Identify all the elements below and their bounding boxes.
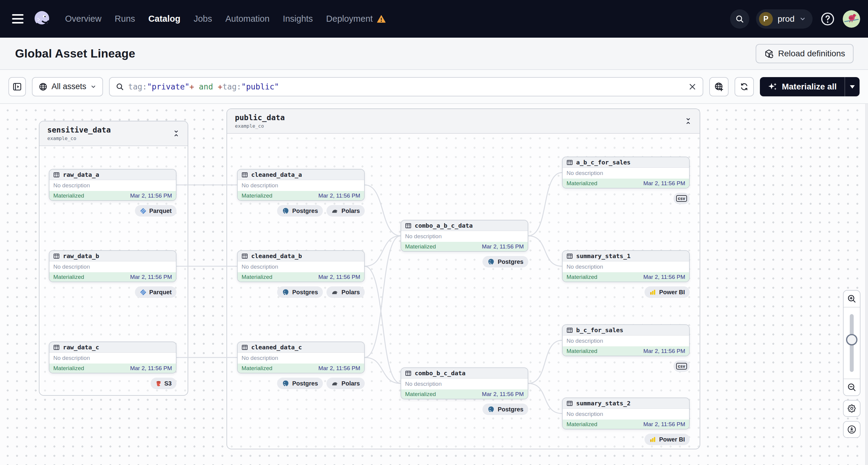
asset-node-card[interactable]: b_c_for_sales No description Materialize…	[562, 324, 690, 356]
asset-description: No description	[401, 231, 528, 242]
kind-badge-label: Parquet	[149, 289, 172, 296]
dagster-logo-icon[interactable]	[33, 10, 51, 28]
zoom-slider[interactable]	[844, 308, 860, 378]
nav-item-catalog[interactable]: Catalog	[149, 14, 180, 24]
gear-icon	[847, 403, 857, 413]
nav-item-deployment[interactable]: Deployment	[326, 14, 386, 24]
zoom-slider-thumb[interactable]	[846, 334, 858, 345]
asset-kind-badges: Postgres	[401, 404, 528, 415]
materialization-timestamp[interactable]: Mar 2, 11:56 PM	[130, 192, 172, 199]
open-left-panel-button[interactable]	[8, 77, 26, 96]
materialization-timestamp[interactable]: Mar 2, 11:56 PM	[643, 180, 685, 187]
nav-item-overview[interactable]: Overview	[65, 14, 101, 24]
asset-filter-input[interactable]: tag:"private"+ and +tag:"public"	[109, 77, 703, 96]
asset-node-card[interactable]: cleaned_data_b No description Materializ…	[237, 250, 365, 282]
kind-badge-label: Postgres	[292, 289, 318, 296]
asset-node-card[interactable]: combo_b_c_data No description Materializ…	[401, 367, 528, 399]
warning-icon	[377, 14, 386, 24]
hamburger-menu-icon[interactable]	[12, 14, 24, 24]
refresh-graph-button[interactable]	[735, 77, 754, 96]
asset-node-combo_a_b_c_data: combo_a_b_c_data No description Material…	[401, 220, 528, 268]
asset-description: No description	[238, 180, 364, 191]
asset-status-bar: Materialized Mar 2, 11:56 PM	[238, 364, 364, 373]
asset-node-raw_data_a: raw_data_a No description Materialized M…	[49, 169, 177, 217]
clear-filter-button[interactable]	[688, 83, 696, 91]
asset-node-card[interactable]: cleaned_data_a No description Materializ…	[237, 169, 365, 201]
asset-status-bar: Materialized Mar 2, 11:56 PM	[50, 272, 176, 282]
materialization-timestamp[interactable]: Mar 2, 11:56 PM	[643, 421, 685, 428]
asset-name: b_c_for_sales	[576, 327, 623, 334]
asset-node-card[interactable]: combo_a_b_c_data No description Material…	[401, 220, 528, 252]
asset-status-bar: Materialized Mar 2, 11:56 PM	[563, 272, 689, 282]
group-header[interactable]: public_dataexample_co	[227, 109, 700, 134]
materialize-options-button[interactable]	[845, 77, 860, 96]
collapse-group-icon[interactable]	[173, 130, 180, 137]
canvas-scrollbar[interactable]	[865, 104, 868, 465]
globe-icon	[38, 82, 48, 91]
polars-icon	[331, 288, 339, 296]
status-badge[interactable]: Materialized	[242, 274, 272, 280]
materialize-all-button[interactable]: Materialize all	[760, 77, 844, 96]
kind-badge-label: Power BI	[659, 436, 685, 443]
environment-switcher[interactable]: P prod	[756, 9, 813, 29]
status-badge[interactable]: Materialized	[405, 391, 436, 398]
nav-item-jobs[interactable]: Jobs	[194, 14, 212, 24]
materialization-timestamp[interactable]: Mar 2, 11:56 PM	[318, 192, 360, 199]
materialization-timestamp[interactable]: Mar 2, 11:56 PM	[482, 243, 524, 250]
chevron-down-icon	[799, 16, 806, 22]
materialization-timestamp[interactable]: Mar 2, 11:56 PM	[318, 365, 360, 372]
download-image-button[interactable]	[843, 421, 861, 438]
kind-badge-parquet: Parquet	[135, 205, 177, 217]
page-header: Global Asset Lineage Reload definitions	[0, 38, 868, 70]
status-badge[interactable]: Materialized	[566, 274, 597, 280]
help-button[interactable]	[819, 10, 836, 27]
create-catalog-view-button[interactable]	[709, 77, 728, 96]
materialization-timestamp[interactable]: Mar 2, 11:56 PM	[643, 274, 685, 280]
asset-name: cleaned_data_b	[251, 252, 302, 259]
asset-node-combo_b_c_data: combo_b_c_data No description Materializ…	[401, 367, 528, 415]
status-badge[interactable]: Materialized	[566, 421, 597, 428]
asset-status-bar: Materialized Mar 2, 11:56 PM	[238, 272, 364, 282]
asset-node-card[interactable]: raw_data_a No description Materialized M…	[49, 169, 177, 201]
kind-badge-power-bi: Power BI	[645, 434, 690, 445]
chevron-down-icon	[90, 84, 96, 90]
status-badge[interactable]: Materialized	[566, 180, 597, 187]
group-header[interactable]: sensitive_dataexample_co	[39, 121, 188, 146]
status-badge[interactable]: Materialized	[53, 192, 84, 199]
kind-badge-label: Postgres	[498, 258, 523, 265]
asset-node-card[interactable]: a_b_c_for_sales No description Materiali…	[562, 157, 690, 189]
materialization-timestamp[interactable]: Mar 2, 11:56 PM	[318, 274, 360, 280]
kind-badge-label: Postgres	[498, 406, 523, 413]
nav-item-automation[interactable]: Automation	[225, 14, 270, 24]
zoom-in-button[interactable]	[844, 290, 860, 308]
zoom-out-button[interactable]	[844, 378, 860, 396]
materialization-timestamp[interactable]: Mar 2, 11:56 PM	[643, 348, 685, 354]
collapse-group-icon[interactable]	[685, 118, 692, 125]
asset-name: summary_stats_2	[576, 400, 631, 407]
materialization-timestamp[interactable]: Mar 2, 11:56 PM	[130, 274, 172, 280]
user-avatar[interactable]	[843, 10, 860, 28]
search-button[interactable]	[730, 9, 749, 29]
asset-node-card[interactable]: raw_data_c No description Materialized M…	[49, 342, 177, 373]
nav-item-runs[interactable]: Runs	[115, 14, 135, 24]
status-badge[interactable]: Materialized	[405, 243, 436, 250]
asset-node-card[interactable]: cleaned_data_c No description Materializ…	[237, 342, 365, 373]
group-subtitle: example_co	[47, 135, 111, 141]
graph-settings-button[interactable]	[843, 400, 861, 417]
reload-definitions-button[interactable]: Reload definitions	[756, 44, 854, 63]
status-badge[interactable]: Materialized	[242, 365, 272, 372]
asset-node-card[interactable]: summary_stats_2 No description Materiali…	[562, 398, 690, 430]
status-badge[interactable]: Materialized	[53, 365, 84, 372]
status-badge[interactable]: Materialized	[566, 348, 597, 354]
materialization-timestamp[interactable]: Mar 2, 11:56 PM	[482, 391, 524, 398]
asset-node-card[interactable]: raw_data_b No description Materialized M…	[49, 250, 177, 282]
nav-item-insights[interactable]: Insights	[283, 14, 313, 24]
materialization-timestamp[interactable]: Mar 2, 11:56 PM	[130, 365, 172, 372]
sparkle-icon	[768, 82, 777, 92]
asset-node-card[interactable]: summary_stats_1 No description Materiali…	[562, 250, 690, 282]
lineage-canvas[interactable]: sensitive_dataexample_copublic_dataexamp…	[0, 104, 868, 465]
nav-item-label: Automation	[225, 14, 270, 24]
asset-scope-dropdown[interactable]: All assets	[32, 77, 103, 96]
status-badge[interactable]: Materialized	[53, 274, 84, 280]
status-badge[interactable]: Materialized	[242, 192, 272, 199]
